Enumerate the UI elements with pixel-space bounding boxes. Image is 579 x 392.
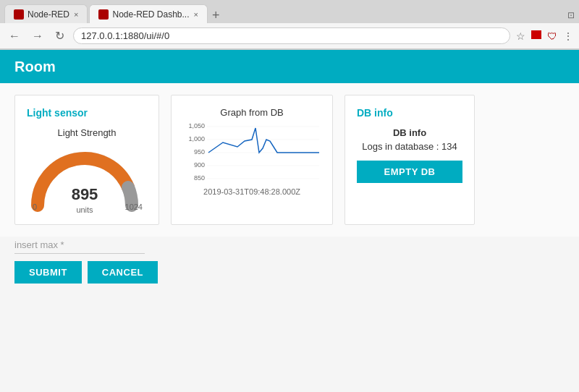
browser-chrome: Node-RED × Node-RED Dashb... × + ⊡ ← → ↻… [0, 0, 579, 50]
extension-icon: 🛡 [547, 30, 557, 42]
svg-text:850: 850 [194, 174, 205, 182]
form-input-row [14, 237, 565, 254]
db-info-panel: DB info DB info Logs in database : 134 E… [345, 95, 475, 225]
gauge-label: Light Strength [27, 127, 147, 138]
app-header: Room [0, 50, 579, 83]
svg-text:900: 900 [194, 161, 205, 169]
browser-action-icons: ☆ 🛡 ⋮ [516, 30, 573, 42]
svg-text:1,050: 1,050 [188, 122, 205, 129]
tab-bar: Node-RED × Node-RED Dashb... × + ⊡ [0, 0, 579, 23]
graph-panel: Graph from DB 1,050 1,000 950 900 850 20… [171, 95, 333, 225]
tab-close-node-red[interactable]: × [74, 10, 78, 19]
screen-cast-icon [531, 30, 541, 39]
gauge-max: 1024 [125, 203, 143, 211]
graph-svg: 1,050 1,000 950 900 850 [183, 121, 321, 186]
light-sensor-title: Light sensor [27, 107, 147, 119]
gauge-min: 0 [33, 203, 37, 211]
forward-button[interactable]: → [29, 28, 46, 44]
gauge-unit: units [76, 205, 93, 214]
db-info-label: DB info [357, 127, 462, 138]
address-bar: ← → ↻ ☆ 🛡 ⋮ [0, 23, 579, 49]
graph-title: Graph from DB [183, 107, 321, 118]
main-content: Light sensor Light Strength 895 0 units … [0, 83, 579, 237]
form-buttons: SUBMIT CANCEL [14, 261, 565, 284]
tab-node-red[interactable]: Node-RED × [4, 4, 88, 23]
window-controls: ⊡ [567, 10, 575, 23]
graph-timestamp: 2019-03-31T09:48:28.000Z [183, 187, 321, 196]
cancel-button[interactable]: CANCEL [88, 261, 158, 284]
tab-close-dashboard[interactable]: × [194, 10, 198, 19]
tab-icon-dashboard [98, 9, 109, 20]
tab-icon-node-red [14, 9, 24, 20]
empty-db-button[interactable]: EMPTY DB [357, 161, 462, 183]
db-info-title: DB info [357, 107, 462, 119]
refresh-button[interactable]: ↻ [52, 27, 67, 44]
tab-node-red-dashboard[interactable]: Node-RED Dashb... × [89, 4, 207, 23]
light-sensor-panel: Light sensor Light Strength 895 0 units … [14, 95, 159, 225]
insert-max-input[interactable] [14, 237, 145, 254]
back-button[interactable]: ← [6, 28, 23, 44]
form-section: SUBMIT CANCEL [0, 237, 579, 295]
db-logs-count: Logs in database : 134 [357, 141, 462, 152]
address-input[interactable] [73, 27, 510, 44]
submit-button[interactable]: SUBMIT [14, 261, 82, 284]
svg-text:1,000: 1,000 [188, 135, 205, 142]
svg-text:950: 950 [194, 148, 205, 155]
room-title: Room [14, 59, 56, 75]
gauge-wrapper: 895 0 units 1024 [27, 144, 143, 213]
star-icon[interactable]: ☆ [516, 30, 525, 42]
new-tab-button[interactable]: + [212, 8, 220, 23]
gauge-value: 895 [72, 185, 98, 204]
menu-icon[interactable]: ⋮ [563, 30, 573, 42]
tab-label-dashboard: Node-RED Dashb... [112, 9, 189, 20]
tab-label-node-red: Node-RED [28, 9, 69, 20]
